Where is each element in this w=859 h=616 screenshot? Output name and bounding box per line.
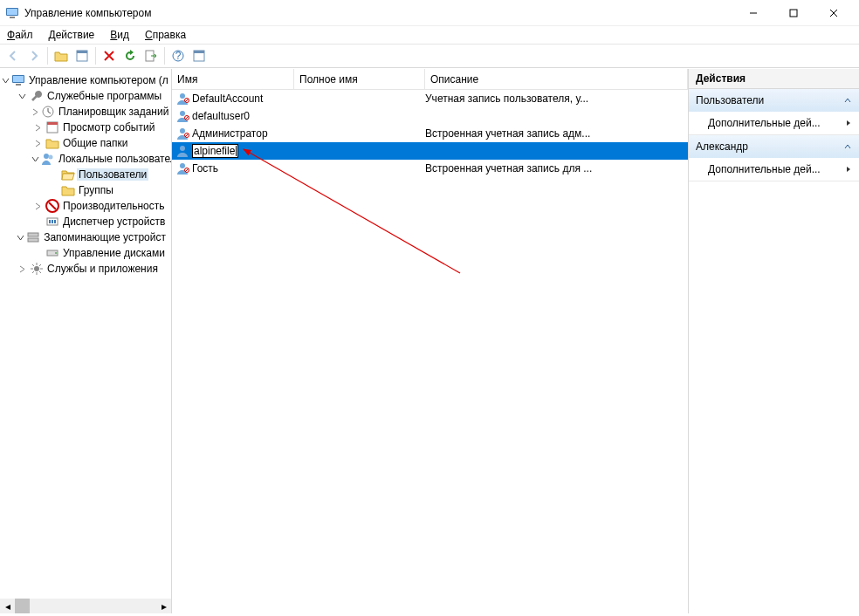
user-icon <box>175 144 189 158</box>
tree-label: Запоминающие устройст <box>42 231 168 243</box>
toolbar-help[interactable] <box>168 46 188 65</box>
storage-icon <box>26 230 40 244</box>
user-name: Администратор <box>192 127 268 140</box>
tree-label: Производительность <box>61 200 166 212</box>
user-desc: Учетная запись пользователя, у... <box>425 92 678 105</box>
tree-sharedfolders[interactable]: Общие папки <box>31 135 171 151</box>
user-desc: Встроенная учетная запись адм... <box>425 127 678 140</box>
menu-help[interactable]: Справка <box>143 28 188 42</box>
folder-icon <box>45 136 59 150</box>
tree-localusers[interactable]: Локальные пользовател <box>31 151 171 167</box>
twisty-icon[interactable] <box>31 137 44 149</box>
folder-open-icon <box>61 168 75 181</box>
close-button[interactable] <box>814 0 854 26</box>
menu-action[interactable]: Действие <box>47 28 97 42</box>
window-title: Управление компьютером <box>24 7 151 19</box>
tree-label: Планировщик заданий <box>57 106 170 118</box>
twisty-icon[interactable] <box>2 74 10 86</box>
clock-icon <box>41 105 55 119</box>
menu-file[interactable]: Файл <box>5 28 35 42</box>
scroll-right-icon[interactable]: ▸ <box>156 599 171 613</box>
toolbar-extra[interactable] <box>189 46 209 65</box>
col-fullname[interactable]: Полное имя <box>294 69 425 89</box>
twisty-icon[interactable] <box>31 153 39 165</box>
tree-root[interactable]: Управление компьютером (л <box>2 72 171 88</box>
list-row[interactable]: alpinefile <box>172 142 688 160</box>
twisty-icon[interactable] <box>16 231 24 243</box>
toolbar-refresh[interactable] <box>120 46 140 65</box>
toolbar-back[interactable] <box>3 46 23 65</box>
tree-root-label: Управление компьютером (л <box>27 74 170 86</box>
folder-icon <box>61 183 75 197</box>
tree-hscroll[interactable]: ◂ ▸ <box>0 599 171 613</box>
scroll-thumb[interactable] <box>15 599 30 613</box>
caret-up-icon <box>843 96 852 105</box>
minimize-button[interactable] <box>733 0 773 26</box>
user-name: Гость <box>192 162 218 175</box>
list-row[interactable]: DefaultAccountУчетная запись пользовател… <box>172 90 688 107</box>
tree-diskmgr[interactable]: Управление дисками <box>31 245 171 261</box>
actions-title: Действия <box>689 69 859 89</box>
tree-eventviewer[interactable]: Просмотр событий <box>31 120 171 135</box>
user-name: DefaultAccount <box>192 92 263 105</box>
actions-pane: Действия Пользователи Дополнительные дей… <box>689 69 859 613</box>
toolbar-properties[interactable] <box>72 46 92 65</box>
menu-view[interactable]: Вид <box>108 28 131 42</box>
col-name[interactable]: Имя <box>172 69 294 89</box>
tree-users[interactable]: Пользователи <box>47 167 171 182</box>
user-icon <box>175 109 189 123</box>
tree-groups[interactable]: Группы <box>47 182 171 198</box>
menubar: Файл Действие Вид Справка <box>0 26 859 44</box>
twisty-icon[interactable] <box>31 121 44 133</box>
tree-label: Службы и приложения <box>45 263 160 275</box>
toolbar-up-folder[interactable] <box>52 46 71 65</box>
tree-scheduler[interactable]: Планировщик заданий <box>31 104 171 120</box>
list-pane: Имя Полное имя Описание DefaultAccountУч… <box>172 69 689 613</box>
rename-input[interactable]: alpinefile <box>192 144 238 158</box>
twisty-icon[interactable] <box>31 200 44 212</box>
toolbar <box>0 44 859 68</box>
caret-up-icon <box>843 142 852 151</box>
twisty-icon[interactable] <box>31 106 39 118</box>
caret-right-icon <box>845 120 852 127</box>
actions-section-head[interactable]: Александр <box>689 135 859 158</box>
col-desc[interactable]: Описание <box>425 69 688 89</box>
tree-label: Общие папки <box>61 137 129 149</box>
twisty-icon[interactable] <box>16 90 28 102</box>
tree-perf[interactable]: Производительность <box>31 198 171 214</box>
titlebar: Управление компьютером <box>0 0 859 26</box>
tree-services[interactable]: Службы и приложения <box>16 261 171 277</box>
tree-label: Диспетчер устройств <box>61 216 167 228</box>
actions-more-label: Дополнительные дей... <box>708 117 821 129</box>
tree-storage[interactable]: Запоминающие устройст <box>16 229 171 245</box>
actions-more-label: Дополнительные дей... <box>708 163 821 175</box>
toolbar-delete[interactable] <box>100 46 119 65</box>
tree-systools[interactable]: Служебные программы <box>16 88 171 104</box>
list-row[interactable]: АдминистраторВстроенная учетная запись а… <box>172 125 688 142</box>
twisty-icon[interactable] <box>16 263 28 275</box>
actions-section-head[interactable]: Пользователи <box>689 89 859 112</box>
users-icon <box>41 152 55 166</box>
toolbar-forward[interactable] <box>24 46 44 65</box>
maximize-button[interactable] <box>773 0 814 26</box>
user-name: defaultuser0 <box>192 110 250 122</box>
toolbar-export[interactable] <box>141 46 161 65</box>
user-icon <box>175 161 189 175</box>
scroll-left-icon[interactable]: ◂ <box>0 599 15 613</box>
actions-section-users: Пользователи Дополнительные дей... <box>689 89 859 135</box>
disk-icon <box>45 246 59 260</box>
tree-label: Группы <box>77 184 115 196</box>
actions-more-1[interactable]: Дополнительные дей... <box>689 112 859 134</box>
list-body[interactable]: DefaultAccountУчетная запись пользовател… <box>172 90 688 613</box>
tree-label: Управление дисками <box>61 247 167 259</box>
list-row[interactable]: ГостьВстроенная учетная запись для ... <box>172 160 688 177</box>
wrench-icon <box>30 89 44 103</box>
tree-label: Локальные пользовател <box>57 153 172 165</box>
list-row[interactable]: defaultuser0 <box>172 107 688 125</box>
gear-icon <box>30 262 44 276</box>
user-icon <box>175 127 189 140</box>
tree-pane: Управление компьютером (л Служебные прог… <box>0 69 172 613</box>
tree-label: Просмотр событий <box>61 121 156 133</box>
actions-more-2[interactable]: Дополнительные дей... <box>689 158 859 181</box>
tree-devmgr[interactable]: Диспетчер устройств <box>31 214 171 229</box>
